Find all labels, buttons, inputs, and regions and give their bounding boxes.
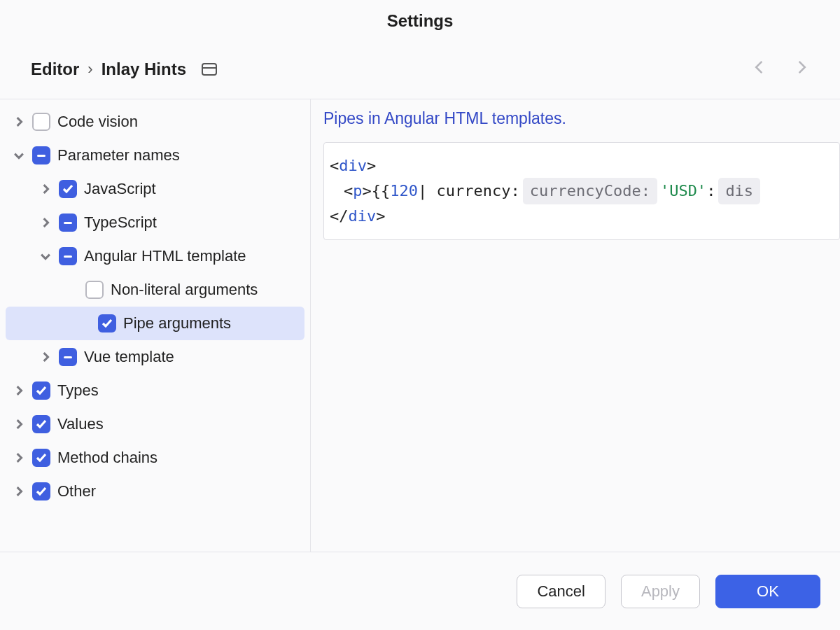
- chevron-right-icon[interactable]: [13, 115, 25, 128]
- tree-label: Non-literal arguments: [111, 281, 258, 299]
- chevron-right-icon[interactable]: [13, 384, 25, 397]
- tree-item-typescript[interactable]: TypeScript: [0, 206, 310, 239]
- chevron-right-icon[interactable]: [39, 216, 52, 229]
- inlay-hint-currency-code: currencyCode:: [523, 178, 657, 204]
- chevron-down-icon[interactable]: [13, 149, 25, 162]
- breadcrumb-root[interactable]: Editor: [31, 59, 79, 79]
- tree-label: Pipe arguments: [123, 314, 231, 332]
- code-preview: <div> <p>{{120 | currency: currencyCode:…: [323, 142, 840, 240]
- code-line: <div>: [330, 154, 834, 178]
- checkbox-checked[interactable]: [32, 449, 50, 467]
- settings-tree: Code vision Parameter names JavaScript T…: [0, 99, 311, 552]
- separate-window-icon[interactable]: [202, 63, 217, 76]
- tree-item-parameter-names[interactable]: Parameter names: [0, 139, 310, 172]
- main-area: Code vision Parameter names JavaScript T…: [0, 99, 840, 552]
- tree-item-code-vision[interactable]: Code vision: [0, 105, 310, 139]
- checkbox-indeterminate[interactable]: [59, 348, 77, 366]
- tree-item-pipe-arguments[interactable]: Pipe arguments: [6, 307, 304, 340]
- tree-label: Vue template: [84, 348, 174, 366]
- chevron-down-icon[interactable]: [39, 250, 52, 262]
- checkbox-checked[interactable]: [98, 314, 116, 332]
- tree-label: Values: [57, 415, 104, 433]
- nav-forward-icon[interactable]: [791, 57, 811, 80]
- tree-item-angular-html-template[interactable]: Angular HTML template: [0, 239, 310, 273]
- nav-back-icon[interactable]: [750, 57, 770, 80]
- apply-button: Apply: [621, 575, 700, 608]
- checkbox-indeterminate[interactable]: [32, 146, 50, 164]
- chevron-right-icon[interactable]: [13, 418, 25, 430]
- hint-description: Pipes in Angular HTML templates.: [323, 106, 840, 142]
- tree-label: Code vision: [57, 113, 138, 131]
- tree-label: Other: [57, 482, 96, 500]
- tree-label: Angular HTML template: [84, 247, 246, 265]
- tree-label: TypeScript: [84, 214, 157, 232]
- tree-item-types[interactable]: Types: [0, 374, 310, 407]
- checkbox-indeterminate[interactable]: [59, 214, 77, 232]
- checkbox-unchecked[interactable]: [85, 281, 104, 299]
- dialog-footer: Cancel Apply OK: [0, 552, 840, 630]
- tree-label: Types: [57, 382, 99, 400]
- inlay-hint-display: dis: [718, 178, 760, 204]
- tree-item-values[interactable]: Values: [0, 407, 310, 441]
- breadcrumb-leaf[interactable]: Inlay Hints: [102, 59, 186, 79]
- code-line: <p>{{120 | currency: currencyCode: 'USD'…: [330, 178, 834, 204]
- tree-item-vue-template[interactable]: Vue template: [0, 340, 310, 374]
- checkbox-indeterminate[interactable]: [59, 247, 77, 265]
- code-line: </div>: [330, 204, 834, 228]
- ok-button[interactable]: OK: [715, 575, 820, 608]
- chevron-right-icon[interactable]: [13, 485, 25, 498]
- cancel-button[interactable]: Cancel: [517, 575, 605, 608]
- breadcrumb-separator: ›: [88, 60, 92, 78]
- dialog-title: Settings: [0, 0, 840, 43]
- tree-item-javascript[interactable]: JavaScript: [0, 172, 310, 206]
- chevron-right-icon[interactable]: [13, 451, 25, 464]
- breadcrumb: Editor › Inlay Hints: [0, 43, 840, 99]
- tree-item-other[interactable]: Other: [0, 475, 310, 508]
- tree-item-method-chains[interactable]: Method chains: [0, 441, 310, 475]
- checkbox-checked[interactable]: [32, 382, 50, 400]
- chevron-right-icon[interactable]: [39, 183, 52, 195]
- checkbox-checked[interactable]: [32, 415, 50, 433]
- tree-label: JavaScript: [84, 180, 156, 198]
- checkbox-checked[interactable]: [59, 180, 77, 198]
- tree-item-non-literal-arguments[interactable]: Non-literal arguments: [0, 273, 310, 307]
- checkbox-unchecked[interactable]: [32, 113, 50, 131]
- detail-panel: Pipes in Angular HTML templates. <div> <…: [311, 99, 840, 552]
- chevron-right-icon[interactable]: [39, 351, 52, 363]
- checkbox-checked[interactable]: [32, 482, 50, 500]
- tree-label: Method chains: [57, 449, 158, 467]
- tree-label: Parameter names: [57, 146, 180, 164]
